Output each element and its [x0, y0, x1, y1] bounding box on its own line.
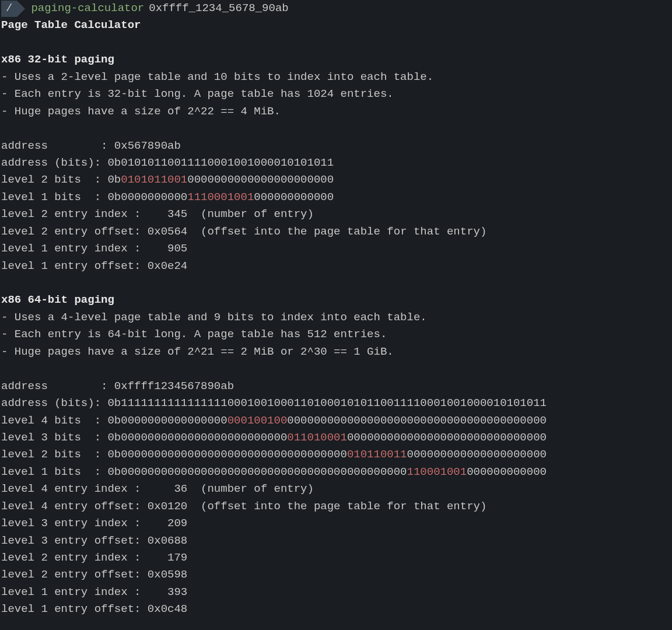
bits-highlight: 110001001: [407, 466, 467, 478]
bits-pre: 0b0000000000000000000000000: [107, 431, 287, 444]
value: 0x0598: [148, 568, 187, 581]
bits-post: 000000000000000000000000000000: [347, 431, 547, 444]
label: level 3 entry offset:: [1, 534, 148, 547]
label: level 4 entry offset:: [1, 500, 148, 513]
x86-64-level1-entry-index: level 1 entry index : 393: [0, 584, 672, 601]
x86-64-level4-bits: level 4 bits : 0b00000000000000000001001…: [0, 412, 672, 429]
bits-post: 000000000000000000000: [407, 448, 547, 461]
bits-pre: 0b0000000000000000000000000000000000: [107, 448, 346, 461]
x86-32-level1-bits: level 1 bits : 0b00000000001110001001000…: [0, 189, 672, 206]
x86-32-heading: x86 32-bit paging: [0, 51, 672, 68]
label: address (bits):: [1, 397, 107, 410]
blank-line: [0, 275, 672, 292]
x86-64-level3-bits: level 3 bits : 0b00000000000000000000000…: [0, 429, 672, 446]
x86-64-level4-entry-offset: level 4 entry offset: 0x0120 (offset int…: [0, 498, 672, 515]
value: 0x0688: [148, 534, 187, 547]
x86-64-bullet-2: - Each entry is 64-bit long. A page tabl…: [0, 326, 672, 343]
label: level 1 bits :: [1, 466, 107, 478]
note: (offset into the page table for that ent…: [187, 225, 487, 238]
bits-post: 000000000000: [467, 466, 547, 478]
label: level 1 bits :: [1, 191, 107, 204]
bits-pre: 0b0000000000: [107, 191, 187, 204]
blank-line: [0, 120, 672, 137]
value: 0x0564: [148, 225, 187, 238]
bits-pre: 0b: [107, 173, 121, 186]
label: address (bits):: [1, 156, 107, 169]
value: 179: [148, 551, 187, 564]
note: (number of entry): [187, 482, 314, 495]
x86-64-bullet-1: - Uses a 4-level page table and 9 bits t…: [0, 309, 672, 326]
bits-highlight: 1110001001: [187, 191, 254, 204]
label: level 3 entry index :: [1, 517, 148, 530]
label: address :: [1, 139, 114, 152]
value: 0x0c48: [148, 603, 187, 615]
label: level 2 entry index :: [1, 551, 148, 564]
label: level 3 bits :: [1, 431, 107, 444]
blank-line: [0, 34, 672, 51]
x86-64-level3-entry-index: level 3 entry index : 209: [0, 515, 672, 532]
x86-32-bullet-1: - Uses a 2-level page table and 10 bits …: [0, 69, 672, 86]
value: 0b11111111111111110001001000110100010101…: [107, 397, 547, 410]
bits-post: 0000000000000000000000: [187, 173, 334, 186]
label: level 4 bits :: [1, 414, 107, 427]
value: 0x0120: [148, 500, 187, 513]
label: level 2 bits :: [1, 173, 107, 186]
x86-32-level2-bits: level 2 bits : 0b01010110010000000000000…: [0, 172, 672, 188]
value: 209: [148, 517, 187, 530]
shell-prompt-line[interactable]: / paging-calculator 0xffff_1234_5678_90a…: [0, 0, 672, 17]
value: 0x0e24: [148, 260, 187, 272]
command-name: paging-calculator: [31, 0, 144, 17]
label: level 2 entry offset:: [1, 568, 148, 581]
bits-highlight: 0101011001: [121, 173, 187, 186]
x86-64-bullet-3: - Huge pages have a size of 2^21 == 2 Mi…: [0, 344, 672, 360]
x86-64-level2-bits: level 2 bits : 0b00000000000000000000000…: [0, 446, 672, 463]
x86-64-level2-entry-index: level 2 entry index : 179: [0, 550, 672, 566]
x86-32-level1-entry-index: level 1 entry index : 905: [0, 240, 672, 257]
x86-32-level1-entry-offset: level 1 entry offset: 0x0e24: [0, 258, 672, 275]
label: level 1 entry offset:: [1, 603, 148, 615]
value: 0x567890ab: [114, 139, 181, 152]
x86-32-level2-entry-offset: level 2 entry offset: 0x0564 (offset int…: [0, 223, 672, 240]
note: (number of entry): [187, 208, 314, 220]
x86-32-bullet-2: - Each entry is 32-bit long. A page tabl…: [0, 86, 672, 103]
x86-32-address: address : 0x567890ab: [0, 138, 672, 155]
bits-pre: 0b0000000000000000: [107, 414, 227, 427]
label: level 2 entry offset:: [1, 225, 148, 238]
x86-32-address-bits: address (bits): 0b0101011001111000100100…: [0, 155, 672, 172]
x86-64-heading: x86 64-bit paging: [0, 292, 672, 309]
bits-highlight: 010110011: [347, 448, 407, 461]
label: level 2 bits :: [1, 448, 107, 461]
value: 36: [148, 482, 187, 495]
x86-64-level3-entry-offset: level 3 entry offset: 0x0688: [0, 533, 672, 550]
prompt-arrow-icon: [17, 1, 25, 17]
value: 0b01010110011110001001000010101011: [107, 156, 334, 169]
x86-32-level2-entry-index: level 2 entry index : 345 (number of ent…: [0, 206, 672, 223]
bits-highlight: 011010001: [287, 431, 347, 444]
command-argument: 0xffff_1234_5678_90ab: [149, 0, 288, 17]
x86-64-level1-entry-offset: level 1 entry offset: 0x0c48: [0, 601, 672, 618]
page-title: Page Table Calculator: [0, 17, 672, 34]
x86-64-level1-bits: level 1 bits : 0b00000000000000000000000…: [0, 464, 672, 481]
x86-64-level4-entry-index: level 4 entry index : 36 (number of entr…: [0, 481, 672, 498]
value: 393: [148, 586, 187, 598]
bits-post: 000000000000: [254, 191, 334, 204]
label: level 1 entry offset:: [1, 260, 148, 272]
note: (offset into the page table for that ent…: [187, 500, 487, 513]
label: address :: [1, 380, 114, 393]
bits-post: 000000000000000000000000000000000000000: [287, 414, 547, 427]
bits-pre: 0b00000000000000000000000000000000000000…: [107, 466, 407, 478]
prompt-path: /: [1, 1, 17, 17]
blank-line: [0, 360, 672, 377]
label: level 1 entry index :: [1, 242, 148, 255]
label: level 1 entry index :: [1, 586, 148, 598]
value: 345: [148, 208, 187, 220]
label: level 2 entry index :: [1, 208, 148, 220]
label: level 4 entry index :: [1, 482, 148, 495]
value: 905: [148, 242, 187, 255]
bits-highlight: 000100100: [228, 414, 288, 427]
x86-64-address: address : 0xffff1234567890ab: [0, 378, 672, 395]
x86-64-level2-entry-offset: level 2 entry offset: 0x0598: [0, 566, 672, 583]
x86-64-address-bits: address (bits): 0b1111111111111111000100…: [0, 395, 672, 412]
value: 0xffff1234567890ab: [114, 380, 234, 393]
x86-32-bullet-3: - Huge pages have a size of 2^22 == 4 Mi…: [0, 103, 672, 120]
